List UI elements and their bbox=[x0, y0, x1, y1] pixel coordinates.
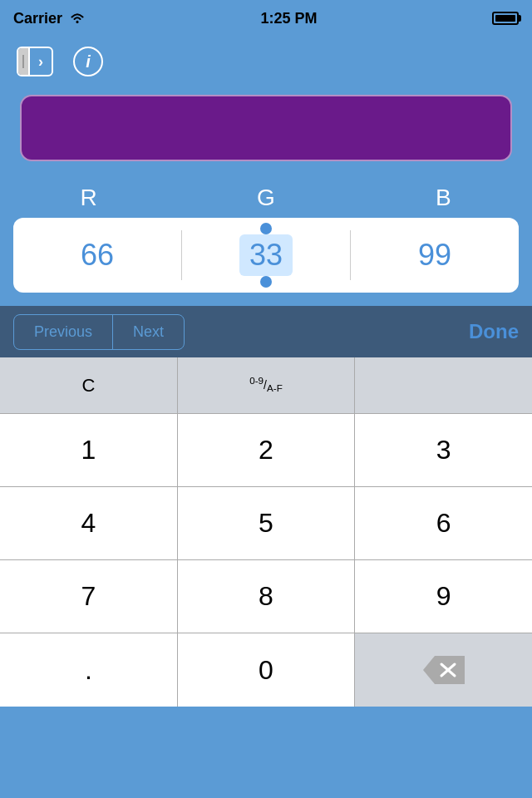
clear-key[interactable]: C bbox=[0, 357, 178, 413]
key-3[interactable]: 3 bbox=[355, 414, 532, 486]
rgb-values-box: 66 33 99 bbox=[13, 218, 519, 293]
keyboard-toolbar: Previous Next Done bbox=[0, 306, 532, 357]
wifi-icon bbox=[69, 12, 86, 25]
rgb-labels: R G B bbox=[0, 178, 532, 218]
keyboard-row-2: 4 5 6 bbox=[0, 487, 532, 560]
b-value: 99 bbox=[418, 238, 451, 273]
toolbar: › i bbox=[0, 37, 532, 86]
keyboard: C 0-9/A-F 1 2 3 4 5 6 7 8 9 . 0 bbox=[0, 357, 532, 707]
next-button[interactable]: Next bbox=[113, 315, 184, 349]
key-7[interactable]: 7 bbox=[0, 560, 178, 633]
sidebar-arrow-icon: › bbox=[30, 48, 52, 75]
delete-icon bbox=[423, 656, 465, 684]
key-9[interactable]: 9 bbox=[355, 560, 532, 633]
cursor-top bbox=[260, 223, 272, 234]
g-value: 33 bbox=[239, 234, 293, 276]
keyboard-top-row: C 0-9/A-F bbox=[0, 357, 532, 414]
keyboard-row-4: . 0 bbox=[0, 633, 532, 707]
key-4[interactable]: 4 bbox=[0, 487, 178, 559]
key-0[interactable]: 0 bbox=[178, 633, 356, 707]
key-dot[interactable]: . bbox=[0, 633, 178, 707]
sidebar-icon-lines bbox=[18, 48, 30, 75]
color-preview-container bbox=[0, 86, 532, 178]
delete-key[interactable] bbox=[355, 633, 532, 707]
r-label: R bbox=[0, 185, 177, 211]
color-preview-swatch bbox=[20, 95, 512, 161]
sidebar-toggle-button[interactable]: › bbox=[17, 43, 53, 80]
empty-top-key bbox=[355, 357, 532, 413]
svg-marker-2 bbox=[423, 656, 465, 684]
previous-button[interactable]: Previous bbox=[14, 315, 112, 349]
b-value-cell[interactable]: 99 bbox=[351, 218, 519, 293]
carrier-label: Carrier bbox=[13, 10, 62, 27]
key-6[interactable]: 6 bbox=[355, 487, 532, 559]
hex-toggle-key[interactable]: 0-9/A-F bbox=[178, 357, 356, 413]
info-icon: i bbox=[73, 47, 103, 76]
key-5[interactable]: 5 bbox=[178, 487, 356, 559]
battery-icon bbox=[492, 12, 519, 25]
keyboard-row-1: 1 2 3 bbox=[0, 414, 532, 487]
done-button[interactable]: Done bbox=[469, 320, 519, 343]
g-value-cell[interactable]: 33 bbox=[182, 218, 350, 293]
status-carrier: Carrier bbox=[13, 10, 86, 27]
status-bar: Carrier 1:25 PM bbox=[0, 0, 532, 37]
b-label: B bbox=[355, 185, 532, 211]
key-1[interactable]: 1 bbox=[0, 414, 178, 486]
r-value-cell[interactable]: 66 bbox=[13, 218, 181, 293]
cursor-bottom bbox=[260, 276, 272, 288]
rgb-values-container: 66 33 99 bbox=[13, 218, 519, 293]
r-value: 66 bbox=[81, 238, 114, 273]
key-8[interactable]: 8 bbox=[178, 560, 356, 633]
keyboard-row-3: 7 8 9 bbox=[0, 560, 532, 633]
svg-point-0 bbox=[76, 21, 79, 23]
key-2[interactable]: 2 bbox=[178, 414, 356, 486]
status-time: 1:25 PM bbox=[261, 10, 318, 27]
g-label: G bbox=[177, 185, 354, 211]
status-battery bbox=[492, 12, 519, 25]
info-button[interactable]: i bbox=[70, 43, 106, 80]
nav-buttons: Previous Next bbox=[13, 314, 185, 350]
